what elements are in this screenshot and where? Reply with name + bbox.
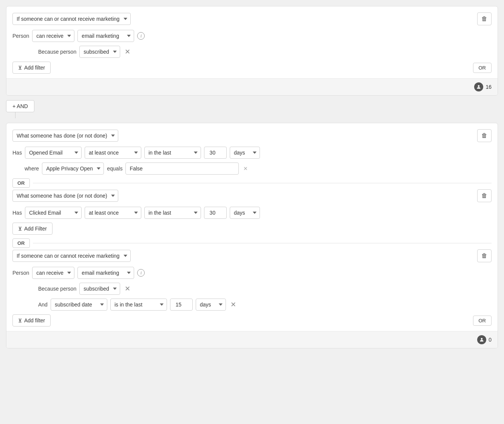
block4-info-icon[interactable]: i (137, 269, 145, 277)
block2-delete-button[interactable]: 🗑 (477, 129, 492, 142)
block1-header: If someone can or cannot receive marketi… (12, 12, 492, 25)
block1-add-filter-label: Add filter (24, 65, 45, 71)
block1-footer: 16 (6, 78, 498, 95)
block3-time-value[interactable] (204, 207, 227, 219)
block1-delete-button[interactable]: 🗑 (477, 12, 492, 25)
or-separator-2: OR (12, 238, 492, 248)
block2-where-remove[interactable]: ✕ (242, 165, 249, 172)
block4-person-channel[interactable]: email marketing (77, 267, 134, 279)
block1-person-channel[interactable]: email marketing (77, 30, 134, 42)
block1-because-row: Because person subscribed ✕ (12, 46, 492, 58)
block2: What someone has done (or not done) 🗑 Ha… (12, 129, 492, 175)
filter-icon-4: ⊻ (18, 317, 22, 323)
block4-person-row: Person can receive email marketing i (12, 267, 492, 279)
block3-time-unit-dropdown[interactable]: days (230, 207, 260, 219)
block4-actions-row: ⊻ Add filter OR (12, 314, 492, 327)
and-connector: + AND (6, 100, 498, 118)
block2-where-label: where (25, 166, 39, 172)
block4-user-count: 0 (477, 335, 492, 344)
block4-because-label: Because person (38, 286, 76, 292)
block4-footer: 0 (6, 331, 498, 348)
svg-point-0 (478, 85, 480, 87)
block1-person-row: Person can receive email marketing i (12, 30, 492, 42)
block4-because-remove[interactable]: ✕ (123, 285, 132, 293)
or-label-1: OR (12, 178, 30, 188)
block2-time-value[interactable] (204, 147, 227, 159)
block3-action-dropdown[interactable]: Clicked Email (25, 207, 82, 219)
block3-add-filter-label: Add Filter (24, 226, 47, 232)
block1-user-icon (474, 82, 483, 91)
block2-time-qualifier-dropdown[interactable]: in the last (144, 147, 201, 159)
block4-because-value[interactable]: subscribed (79, 283, 120, 295)
filter-block-1: If someone can or cannot receive marketi… (6, 6, 498, 96)
block2-has-row: Has Opened Email at least once in the la… (12, 147, 492, 159)
block2-frequency-dropdown[interactable]: at least once (85, 147, 141, 159)
block4-count: 0 (489, 337, 492, 343)
block1-info-icon[interactable]: i (137, 32, 145, 40)
filter-icon-3: ⊻ (18, 226, 22, 232)
block1-or-button[interactable]: OR (473, 63, 492, 73)
block3-has-label: Has (12, 210, 22, 216)
block4-and-label: And (38, 302, 48, 308)
block4-user-icon (477, 335, 486, 344)
block1-because-value[interactable]: subscribed (79, 46, 120, 58)
or-separator-1: OR (12, 178, 492, 188)
block4-delete-button[interactable]: 🗑 (477, 249, 492, 262)
block4-person-condition[interactable]: can receive (32, 267, 74, 279)
block3-header: What someone has done (or not done) 🗑 (12, 189, 492, 202)
block2-has-label: Has (12, 150, 22, 156)
block1-because-label: Because person (38, 49, 76, 55)
block4-and-operator[interactable]: is in the last (110, 299, 167, 311)
block4-and-row: And subscribed date is in the last days … (12, 299, 492, 311)
block4-type-dropdown[interactable]: If someone can or cannot receive marketi… (12, 250, 131, 262)
block3-add-filter-button[interactable]: ⊻ Add Filter (12, 223, 53, 235)
block2-action-dropdown[interactable]: Opened Email (25, 147, 82, 159)
block4-header: If someone can or cannot receive marketi… (12, 249, 492, 262)
block3-time-qualifier-dropdown[interactable]: in the last (144, 207, 201, 219)
block2-time-unit-dropdown[interactable]: days (230, 147, 260, 159)
block2-equals-value[interactable] (125, 162, 239, 175)
and-button[interactable]: + AND (6, 100, 34, 112)
block3-has-row: Has Clicked Email at least once in the l… (12, 207, 492, 219)
block1-because-remove[interactable]: ✕ (123, 48, 132, 56)
block4: If someone can or cannot receive marketi… (12, 249, 492, 327)
block2-type-dropdown[interactable]: What someone has done (or not done) (12, 130, 118, 142)
or-label-2: OR (12, 238, 30, 248)
block3-actions-row: ⊻ Add Filter (12, 223, 492, 235)
block4-and-value[interactable] (170, 299, 193, 311)
block1-person-condition[interactable]: can receive (32, 30, 74, 42)
svg-point-1 (481, 338, 483, 340)
block4-add-filter-label: Add filter (24, 317, 45, 323)
block4-and-field[interactable]: subscribed date (51, 299, 107, 311)
block1-user-count: 16 (474, 82, 492, 91)
or-group: What someone has done (or not done) 🗑 Ha… (6, 123, 498, 348)
block2-where-field[interactable]: Apple Privacy Open (42, 162, 104, 175)
block2-equals-label: equals (107, 166, 122, 172)
block1-count: 16 (485, 84, 492, 90)
block1-add-filter-button[interactable]: ⊻ Add filter (12, 62, 51, 74)
block2-where-row: where Apple Privacy Open equals ✕ (12, 162, 492, 175)
block1-actions-row: ⊻ Add filter OR (12, 62, 492, 74)
block3-frequency-dropdown[interactable]: at least once (85, 207, 141, 219)
block4-person-label: Person (12, 270, 29, 276)
block1-person-label: Person (12, 33, 29, 39)
block3-type-dropdown[interactable]: What someone has done (or not done) (12, 190, 118, 202)
block4-and-remove[interactable]: ✕ (229, 300, 238, 309)
block4-and-unit[interactable]: days (196, 299, 226, 311)
block4-or-button[interactable]: OR (473, 316, 492, 326)
block3-delete-button[interactable]: 🗑 (477, 189, 492, 202)
block4-add-filter-button[interactable]: ⊻ Add filter (12, 314, 51, 327)
block3: What someone has done (or not done) 🗑 Ha… (12, 189, 492, 235)
filter-icon-1: ⊻ (18, 65, 22, 71)
block4-because-row: Because person subscribed ✕ (12, 283, 492, 295)
block2-header: What someone has done (or not done) 🗑 (12, 129, 492, 142)
block1-type-dropdown[interactable]: If someone can or cannot receive marketi… (12, 13, 131, 25)
